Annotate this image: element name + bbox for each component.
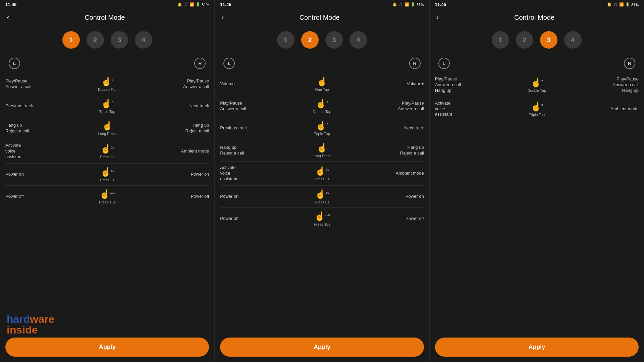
step-4[interactable]: 4 — [350, 31, 367, 49]
signal-icon: 📶 — [190, 2, 194, 7]
notification-icon: 🔔 — [177, 2, 182, 7]
tap-label-5: Press 6s — [100, 178, 114, 182]
row-center-7: ☝️10s Press 10s — [307, 211, 337, 226]
control-row-7: Power off ☝️10s Press 10s Power off — [220, 208, 424, 230]
steps-container: 1234 — [0, 26, 214, 54]
content-area: L R Play/PauseAnswer a call ☝️2 Double T… — [0, 54, 214, 332]
row-right-2: Next track — [122, 103, 209, 109]
row-center-1: ☝️2 Double Tap — [92, 76, 122, 92]
lr-labels: L R — [435, 58, 639, 69]
step-1[interactable]: 1 — [62, 31, 80, 49]
row-left-5: Power on — [5, 172, 92, 177]
steps-container: 1234 — [215, 26, 429, 54]
row-left-7: Power off — [220, 216, 307, 222]
step-3[interactable]: 3 — [111, 31, 128, 49]
back-button[interactable]: ‹ — [221, 13, 224, 22]
control-row-1: Play/PauseAnswer a call ☝️2 Double Tap P… — [5, 73, 209, 95]
step-1[interactable]: 1 — [277, 31, 294, 49]
control-row-3: Previous track ☝️3 Triple Tap Next track — [220, 117, 424, 139]
row-left-5: Activatevoiceassistant — [220, 165, 307, 182]
tap-label-2: Triple Tap — [99, 110, 115, 114]
header-title: Control Mode — [14, 14, 195, 21]
apply-button-container: Apply — [430, 332, 644, 362]
lr-labels: L R — [220, 58, 424, 69]
row-right-1: Volume+ — [337, 81, 424, 87]
status-bar: 11:45 🔔 🎵 📶 🔋 81% — [430, 0, 644, 9]
header: ‹ Control Mode — [0, 9, 214, 26]
battery-icon: 🔋 — [411, 2, 415, 7]
row-center-4: ☝️2s Press 2s — [92, 144, 122, 159]
battery-icon: 🔋 — [625, 2, 630, 7]
status-time: 11:45 — [220, 2, 231, 7]
row-center-5: ☝️2s Press 2s — [307, 166, 337, 181]
control-row-4: Hang upReject a call ☝️ Long Press Hang … — [220, 139, 424, 162]
row-right-1: Play/PauseAnswer a call — [122, 78, 209, 90]
row-center-3: ☝️ Long Press — [92, 121, 122, 136]
gesture-icon-5: ☝️6s — [100, 167, 114, 177]
header-title: Control Mode — [229, 14, 410, 21]
row-center-4: ☝️ Long Press — [307, 143, 337, 158]
battery-icon: 🔋 — [196, 2, 200, 7]
left-label: L — [223, 58, 235, 69]
gesture-icon-2: ☝️3 — [101, 99, 113, 109]
gesture-icon-1: ☝️2 — [101, 76, 113, 87]
battery-percent: 81% — [202, 3, 209, 7]
apply-button[interactable]: Apply — [5, 338, 209, 357]
back-button[interactable]: ‹ — [7, 13, 9, 22]
row-right-2: Play/PauseAnswer a call — [337, 101, 424, 112]
gesture-icon-6: ☝️6s — [315, 189, 329, 199]
row-center-2: ☝️2 Double Tap — [307, 99, 337, 114]
row-right-2: Ambient mode — [552, 106, 639, 112]
control-row-2: Activatevoiceassistant ☝️3 Triple Tap Am… — [435, 97, 639, 121]
step-3[interactable]: 3 — [325, 31, 343, 49]
step-3[interactable]: 3 — [540, 31, 557, 49]
gesture-icon-2: ☝️2 — [316, 99, 328, 109]
row-left-1: Play/PauseAnswer a call — [5, 78, 92, 90]
step-1[interactable]: 1 — [492, 31, 509, 49]
row-center-6: ☝️10s Press 10s — [92, 189, 122, 204]
control-row-1: Play/PauseAnswer a callHang up ☝️2 Doubl… — [435, 73, 639, 97]
content-area: L R Play/PauseAnswer a callHang up ☝️2 D… — [430, 54, 644, 332]
step-4[interactable]: 4 — [564, 31, 582, 49]
gesture-icon-2: ☝️3 — [531, 102, 543, 112]
step-2[interactable]: 2 — [87, 31, 104, 49]
header-title: Control Mode — [444, 14, 625, 21]
tap-label-1: Double Tap — [528, 88, 546, 93]
right-label: R — [624, 58, 635, 69]
row-center-2: ☝️3 Triple Tap — [92, 99, 122, 114]
apply-button[interactable]: Apply — [220, 338, 424, 357]
bluetooth-icon: 🎵 — [613, 2, 618, 7]
row-center-3: ☝️3 Triple Tap — [307, 121, 337, 136]
status-bar: 11:45 🔔 🎵 📶 🔋 81% — [0, 0, 214, 9]
apply-button[interactable]: Apply — [435, 338, 639, 357]
left-label: L — [9, 58, 20, 69]
row-left-3: Previous track — [220, 125, 307, 131]
gesture-icon-6: ☝️10s — [99, 189, 115, 199]
step-2[interactable]: 2 — [301, 31, 319, 49]
gesture-icon-7: ☝️10s — [314, 211, 330, 222]
row-right-5: Ambient mode — [337, 171, 424, 176]
row-right-6: Power off — [122, 194, 209, 199]
tap-label-3: Triple Tap — [314, 132, 330, 136]
gesture-icon-4: ☝️ — [317, 143, 327, 153]
row-right-1: Play/PauseAnswer a callHang up — [552, 76, 639, 94]
row-right-3: Next track — [337, 125, 424, 131]
gesture-icon-3: ☝️3 — [316, 121, 328, 131]
control-row-4: Activatevoiceassistant ☝️2s Press 2s Amb… — [5, 139, 209, 164]
row-right-3: Hang upReject a call — [122, 123, 209, 134]
back-button[interactable]: ‹ — [436, 13, 439, 22]
apply-button-container: Apply — [215, 332, 429, 362]
row-left-6: Power off — [5, 194, 92, 199]
row-left-4: Activatevoiceassistant — [5, 143, 92, 160]
tap-label-6: Press 10s — [99, 200, 115, 204]
control-row-2: Previous track ☝️3 Triple Tap Next track — [5, 95, 209, 117]
row-right-6: Power on — [337, 194, 424, 199]
right-label: R — [194, 58, 206, 69]
step-4[interactable]: 4 — [135, 31, 152, 49]
step-2[interactable]: 2 — [516, 31, 533, 49]
left-label: L — [438, 58, 450, 69]
battery-percent: 81% — [631, 3, 639, 7]
phone-screen-2: 11:45 🔔 🎵 📶 🔋 81% ‹ Control Mode 1234 L … — [215, 0, 429, 362]
row-left-1: Volume- — [220, 81, 307, 87]
notification-icon: 🔔 — [607, 2, 612, 7]
